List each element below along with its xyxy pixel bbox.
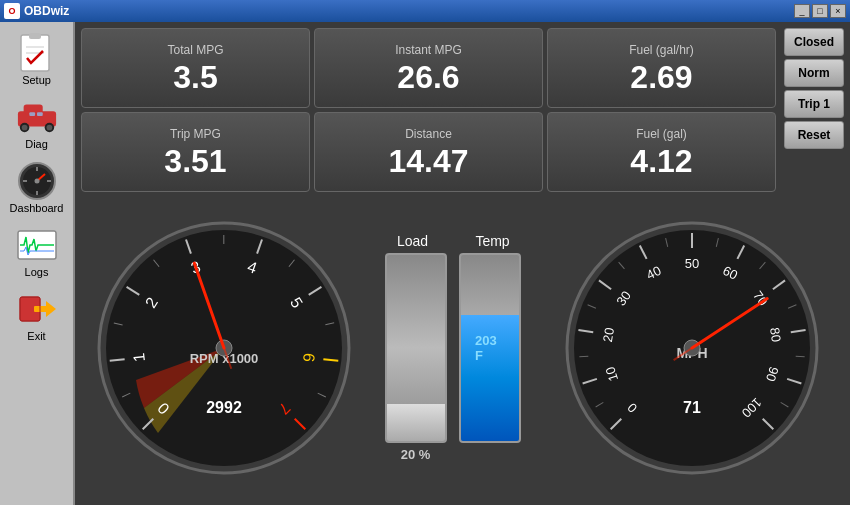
bottom-metrics-row: Trip MPG 3.51 Distance 14.47 Fuel (gal) … bbox=[81, 112, 776, 192]
metric-total-mpg: Total MPG 3.5 bbox=[81, 28, 310, 108]
svg-rect-11 bbox=[37, 112, 43, 116]
logs-label: Logs bbox=[25, 266, 49, 278]
closed-button[interactable]: Closed bbox=[784, 28, 844, 56]
app-body: Setup Diag bbox=[0, 22, 850, 505]
exit-label: Exit bbox=[27, 330, 45, 342]
load-gauge-outer bbox=[385, 253, 447, 443]
instant-mpg-value: 26.6 bbox=[397, 61, 459, 93]
speed-gauge-svg: 0 10 20 30 40 50 60 70 bbox=[552, 218, 832, 478]
rpm-gauge: 0 1 2 3 4 5 6 7 bbox=[94, 218, 354, 478]
total-mpg-label: Total MPG bbox=[167, 43, 223, 57]
fuel-gal-hr-value: 2.69 bbox=[630, 61, 692, 93]
bar-gauges: Load Temp 20 % 203 F bbox=[379, 233, 527, 462]
window-controls[interactable]: _ □ × bbox=[794, 4, 846, 18]
bar-gauge-bodies: 20 % 203 F bbox=[385, 253, 521, 462]
title-bar: O OBDwiz _ □ × bbox=[0, 0, 850, 22]
bar-gauge-headers: Load Temp bbox=[379, 233, 527, 249]
maximize-button[interactable]: □ bbox=[812, 4, 828, 18]
speed-gauge: 0 10 20 30 40 50 60 70 bbox=[552, 218, 832, 478]
top-metrics-row: Total MPG 3.5 Instant MPG 26.6 Fuel (gal… bbox=[81, 28, 776, 108]
fuel-gal-label: Fuel (gal) bbox=[636, 127, 687, 141]
norm-button[interactable]: Norm bbox=[784, 59, 844, 87]
svg-text:80: 80 bbox=[766, 326, 783, 343]
sidebar-item-dashboard[interactable]: Dashboard bbox=[6, 158, 68, 218]
sidebar: Setup Diag bbox=[0, 22, 75, 505]
load-value: 20 % bbox=[401, 447, 431, 462]
setup-icon bbox=[16, 34, 58, 72]
metric-trip-mpg: Trip MPG 3.51 bbox=[81, 112, 310, 192]
distance-label: Distance bbox=[405, 127, 452, 141]
diag-icon bbox=[16, 98, 58, 136]
setup-label: Setup bbox=[22, 74, 51, 86]
svg-point-7 bbox=[21, 125, 27, 131]
distance-value: 14.47 bbox=[388, 145, 468, 177]
minimize-button[interactable]: _ bbox=[794, 4, 810, 18]
temp-value: 203 F bbox=[475, 333, 504, 363]
logs-icon bbox=[16, 226, 58, 264]
svg-line-86 bbox=[795, 356, 804, 357]
sidebar-item-diag[interactable]: Diag bbox=[6, 94, 68, 154]
svg-line-79 bbox=[579, 356, 588, 357]
load-label: Load bbox=[379, 233, 447, 249]
svg-point-19 bbox=[34, 179, 39, 184]
metric-fuel-gal: Fuel (gal) 4.12 bbox=[547, 112, 776, 192]
instant-mpg-label: Instant MPG bbox=[395, 43, 462, 57]
sidebar-item-exit[interactable]: Exit bbox=[6, 286, 68, 346]
fuel-gal-hr-label: Fuel (gal/hr) bbox=[629, 43, 694, 57]
svg-rect-1 bbox=[29, 33, 41, 39]
app-icon: O bbox=[4, 3, 20, 19]
trip-mpg-value: 3.51 bbox=[164, 145, 226, 177]
right-buttons-panel: Closed Norm Trip 1 Reset bbox=[784, 28, 844, 149]
metric-instant-mpg: Instant MPG 26.6 bbox=[314, 28, 543, 108]
temp-label: Temp bbox=[459, 233, 527, 249]
close-button[interactable]: × bbox=[830, 4, 846, 18]
temp-gauge: 203 F bbox=[459, 253, 521, 462]
app-title: OBDwiz bbox=[24, 4, 790, 18]
svg-text:50: 50 bbox=[684, 256, 698, 271]
exit-icon bbox=[16, 290, 58, 328]
metric-distance: Distance 14.47 bbox=[314, 112, 543, 192]
total-mpg-value: 3.5 bbox=[173, 61, 217, 93]
sidebar-item-logs[interactable]: Logs bbox=[6, 222, 68, 282]
svg-text:20: 20 bbox=[600, 326, 617, 343]
sidebar-item-setup[interactable]: Setup bbox=[6, 30, 68, 90]
load-gauge: 20 % bbox=[385, 253, 447, 462]
diag-label: Diag bbox=[25, 138, 48, 150]
rpm-value: 2992 bbox=[206, 399, 242, 416]
dashboard-icon bbox=[16, 162, 58, 200]
main-content: Total MPG 3.5 Instant MPG 26.6 Fuel (gal… bbox=[75, 22, 850, 505]
trip-mpg-label: Trip MPG bbox=[170, 127, 221, 141]
temp-gauge-outer: 203 F bbox=[459, 253, 521, 443]
dashboard-label: Dashboard bbox=[10, 202, 64, 214]
load-gauge-fill bbox=[387, 404, 445, 441]
trip1-button[interactable]: Trip 1 bbox=[784, 90, 844, 118]
rpm-gauge-svg: 0 1 2 3 4 5 6 7 bbox=[94, 218, 354, 478]
speed-value: 71 bbox=[683, 399, 701, 416]
gauges-area: 0 1 2 3 4 5 6 7 bbox=[81, 196, 844, 499]
svg-rect-10 bbox=[29, 112, 35, 116]
fuel-gal-value: 4.12 bbox=[630, 145, 692, 177]
metric-fuel-gal-hr: Fuel (gal/hr) 2.69 bbox=[547, 28, 776, 108]
reset-button[interactable]: Reset bbox=[784, 121, 844, 149]
svg-point-9 bbox=[46, 125, 52, 131]
